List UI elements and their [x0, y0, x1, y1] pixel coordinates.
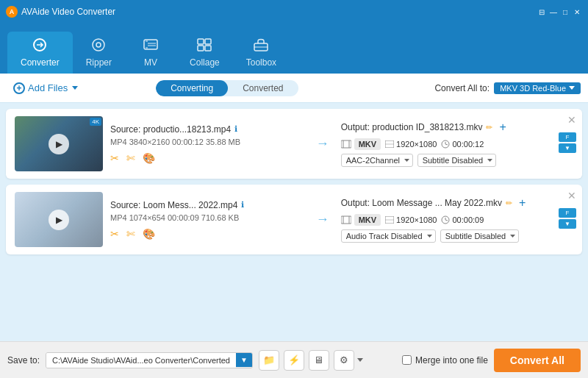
output-title-1: Output: production ID_3818213.mkv ✏ +	[341, 121, 573, 134]
arrow-right-2: →	[316, 212, 329, 227]
tab-group: Converting Converted	[156, 80, 298, 96]
tab-converting[interactable]: Converting	[156, 80, 228, 96]
app-title: AVAide Video Converter	[21, 7, 115, 17]
format-tag-2: MKV	[341, 214, 381, 226]
nav-label-toolbox: Toolbox	[246, 57, 276, 68]
save-path-text: C:\AVAide Studio\AVAid...eo Converter\Co…	[46, 353, 236, 368]
svg-rect-4	[198, 39, 204, 44]
window-controls[interactable]: ⊟ — □ ✕	[537, 7, 582, 17]
file-source-2: Source: Loom Mess... 2022.mp4 ℹ	[110, 200, 304, 210]
play-button-2[interactable]: ▶	[49, 210, 69, 230]
duration-tag-2: 00:00:09	[441, 215, 484, 224]
subtitle-select-1[interactable]: Subtitle Disabled	[417, 154, 496, 167]
info-icon-2[interactable]: ℹ	[241, 200, 244, 210]
output-row2-2: Audio Track Disabled Subtitle Disabled	[341, 229, 573, 243]
nav-label-collage: Collage	[190, 57, 220, 68]
minimize-button[interactable]: —	[548, 7, 559, 17]
play-button-1[interactable]: ▶	[49, 134, 69, 154]
file-info-1: Source: productio...18213.mp4 ℹ MP4 3840…	[110, 124, 304, 164]
duration-text-2: 00:00:09	[452, 215, 484, 224]
resolution-tag-2: 1920×1080	[385, 215, 437, 224]
close-item-2[interactable]: ✕	[567, 190, 576, 201]
file-item-1: ▶ 4K Source: productio...18213.mp4 ℹ MP4…	[6, 109, 582, 179]
duration-tag-1: 00:00:12	[441, 140, 484, 149]
flash-icon-btn[interactable]: ⚡	[284, 350, 304, 371]
output-thumb-btn-2[interactable]: F	[559, 208, 576, 218]
add-files-button[interactable]: + Add Files	[7, 79, 84, 97]
duration-text-1: 00:00:12	[452, 140, 484, 149]
svg-rect-6	[198, 46, 204, 51]
toolbar: + Add Files Converting Converted Convert…	[0, 74, 588, 103]
save-path-container: C:\AVAide Studio\AVAid...eo Converter\Co…	[46, 352, 253, 368]
audio-track-select-1[interactable]: AAC-2Channel	[341, 154, 413, 167]
output-format-arrow-2[interactable]: ▼	[559, 219, 576, 229]
nav-bar: Converter Ripper MV Collag	[0, 24, 588, 74]
scissors-icon-2[interactable]: ✄	[126, 228, 135, 240]
file-source-1: Source: productio...18213.mp4 ℹ	[110, 124, 304, 135]
convert-all-button[interactable]: Convert All	[494, 349, 581, 372]
folder-icon-btn[interactable]: 📁	[259, 350, 279, 371]
output-section-1: Output: production ID_3818213.mkv ✏ + MK…	[341, 121, 573, 167]
edit-icon-2[interactable]: ✏	[506, 199, 512, 208]
format-tag-1: MKV	[341, 138, 381, 150]
merge-checkbox[interactable]	[402, 355, 412, 365]
settings-dropdown-arrow	[357, 358, 363, 362]
audio-track-select-2[interactable]: Audio Track Disabled	[341, 229, 436, 243]
subtitle-select-2[interactable]: Subtitle Disabled	[440, 229, 519, 243]
save-path-dropdown[interactable]: ▼	[236, 353, 252, 367]
cut-icon-1[interactable]: ✂	[110, 152, 119, 164]
nav-label-ripper: Ripper	[86, 57, 112, 68]
file-meta-1: MP4 3840×2160 00:00:12 35.88 MB	[110, 138, 304, 146]
scissors-icon-1[interactable]: ✄	[126, 152, 135, 164]
output-controls-2: MKV 1920×1080 00:00:09	[341, 214, 573, 226]
convert-all-to-section: Convert All to: MKV 3D Red-Blue	[434, 82, 581, 94]
nav-item-mv[interactable]: MV	[125, 32, 176, 74]
file-actions-1: ✂ ✄ 🎨	[110, 152, 304, 164]
nav-item-toolbox[interactable]: Toolbox	[233, 32, 290, 74]
maximize-button[interactable]: □	[560, 7, 570, 17]
edit-icon-1[interactable]: ✏	[486, 123, 492, 132]
collage-icon	[196, 38, 212, 54]
nav-item-ripper[interactable]: Ripper	[73, 32, 125, 74]
add-output-icon-1[interactable]: +	[499, 121, 506, 134]
resolution-text-2: 1920×1080	[396, 215, 437, 224]
mv-icon	[143, 38, 159, 54]
svg-line-17	[445, 144, 448, 145]
format-badge[interactable]: MKV 3D Red-Blue	[494, 82, 581, 94]
source-text-1: Source: productio...18213.mp4	[110, 124, 231, 135]
thumb-actions-1: F ▼	[559, 132, 576, 153]
info-icon-1[interactable]: ℹ	[234, 124, 237, 134]
ripper-icon	[90, 38, 107, 54]
clock-icon-1	[441, 140, 450, 149]
nav-item-converter[interactable]: Converter	[7, 32, 73, 74]
cut-icon-2[interactable]: ✂	[110, 228, 119, 240]
output-format-arrow-1[interactable]: ▼	[559, 143, 576, 153]
output-text-2: Output: Loom Message ... May 2022.mkv	[341, 198, 502, 208]
main-area: ▶ 4K Source: productio...18213.mp4 ℹ MP4…	[0, 103, 588, 341]
output-thumb-btn-1[interactable]: F	[559, 132, 576, 142]
merge-label[interactable]: Merge into one file	[415, 355, 488, 365]
merge-checkbox-container: Merge into one file	[402, 355, 488, 365]
add-files-label: Add Files	[28, 82, 68, 93]
close-button[interactable]: ✕	[572, 7, 582, 17]
arrow-right-1: →	[316, 136, 329, 151]
screen-icon-btn[interactable]: 🖥	[309, 350, 329, 371]
svg-point-1	[93, 39, 104, 51]
palette-icon-2[interactable]: 🎨	[143, 228, 155, 240]
palette-icon-1[interactable]: 🎨	[143, 152, 155, 164]
nav-item-collage[interactable]: Collage	[176, 32, 233, 74]
tab-converted[interactable]: Converted	[228, 80, 298, 96]
add-output-icon-2[interactable]: +	[519, 196, 526, 210]
film-icon-1	[341, 140, 351, 149]
source-text-2: Source: Loom Mess... 2022.mp4	[110, 200, 237, 210]
save-to-label: Save to:	[7, 355, 40, 365]
output-text-1: Output: production ID_3818213.mkv	[341, 122, 483, 132]
svg-rect-18	[341, 216, 351, 224]
close-item-1[interactable]: ✕	[567, 115, 576, 125]
nav-label-converter: Converter	[21, 57, 60, 68]
svg-rect-7	[205, 46, 211, 51]
output-section-2: Output: Loom Message ... May 2022.mkv ✏ …	[341, 196, 573, 243]
menu-icon[interactable]: ⊟	[537, 7, 547, 17]
settings-icon-btn[interactable]: ⚙	[334, 350, 354, 371]
output-title-2: Output: Loom Message ... May 2022.mkv ✏ …	[341, 196, 573, 210]
